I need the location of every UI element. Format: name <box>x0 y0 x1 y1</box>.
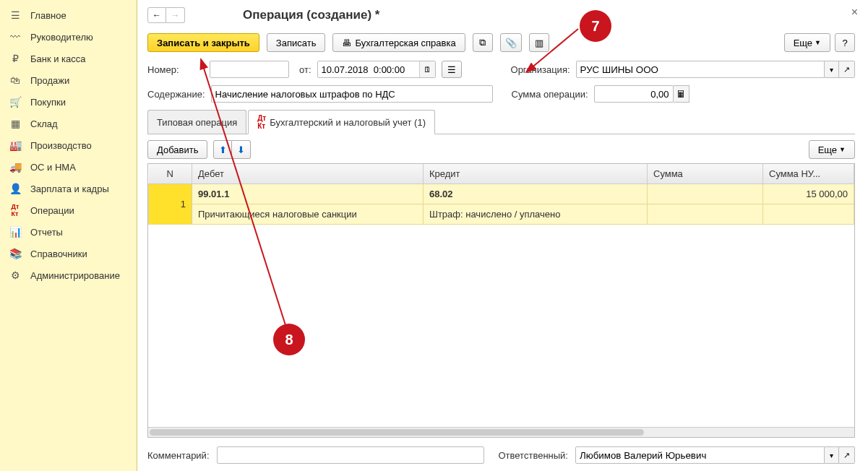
chart-icon: 〰 <box>9 30 22 43</box>
print-icon: 🖶 <box>342 38 351 48</box>
chevron-down-icon: ▼ <box>815 39 821 46</box>
sidebar-item-operations[interactable]: ДтКтОперации <box>0 199 137 221</box>
sidebar-item-label: ОС и НМА <box>30 162 76 173</box>
calculator-button[interactable]: 🖩 <box>674 85 689 103</box>
entries-table: N Дебет Кредит Сумма Сумма НУ... 1 99.01… <box>147 163 855 438</box>
org-input[interactable] <box>576 61 825 78</box>
add-row-button[interactable]: Добавить <box>147 140 207 159</box>
sidebar-item-salary[interactable]: 👤Зарплата и кадры <box>0 178 137 199</box>
person-icon: 👤 <box>9 182 22 195</box>
sidebar-item-label: Администрирование <box>30 270 120 281</box>
calendar-button[interactable]: 🗓 <box>419 61 435 77</box>
sidebar-item-admin[interactable]: ⚙Администрирование <box>0 264 137 286</box>
table-row[interactable]: Причитающиеся налоговые санкции Штраф: н… <box>149 204 854 225</box>
col-sum[interactable]: Сумма <box>648 164 763 184</box>
comment-input[interactable] <box>217 446 484 464</box>
table-row[interactable]: 1 99.01.1 68.02 15 000,00 <box>149 184 854 204</box>
sidebar-item-label: Банк и касса <box>30 53 86 64</box>
responsible-open-button[interactable]: ↗ <box>839 446 855 464</box>
number-label: Номер: <box>147 64 204 75</box>
sidebar-item-label: Отчеты <box>30 227 63 238</box>
sidebar-item-label: Руководителю <box>30 32 93 43</box>
print-reference-button[interactable]: 🖶Бухгалтерская справка <box>332 33 465 52</box>
cell-n[interactable]: 1 <box>149 184 192 225</box>
col-debit[interactable]: Дебет <box>192 164 424 184</box>
sidebar-item-label: Главное <box>30 10 66 21</box>
sidebar-item-purchases[interactable]: 🛒Покупки <box>0 91 137 113</box>
sidebar-item-label: Склад <box>30 118 58 129</box>
move-down-button[interactable]: ⬇ <box>232 140 251 159</box>
date-input[interactable] <box>318 61 419 77</box>
more-button[interactable]: Еще ▼ <box>784 33 830 52</box>
bag-icon: 🛍 <box>9 74 22 87</box>
content-input[interactable] <box>211 85 493 103</box>
sidebar-item-label: Продажи <box>30 75 69 86</box>
chevron-down-icon: ▼ <box>839 146 846 153</box>
sidebar-item-label: Покупки <box>30 97 66 108</box>
number-input[interactable] <box>210 61 289 78</box>
cell-debit-acc[interactable]: 99.01.1 <box>192 184 424 204</box>
move-up-button[interactable]: ⬆ <box>213 140 232 159</box>
tab-typical[interactable]: Типовая операция <box>147 110 246 134</box>
copy-button[interactable]: ⧉ <box>473 33 493 52</box>
responsible-dropdown-button[interactable]: ▾ <box>825 446 839 464</box>
cell-sum-nu2[interactable] <box>763 204 854 225</box>
tab-accounting[interactable]: ДтКтБухгалтерский и налоговый учет (1) <box>248 110 435 134</box>
dtkt-icon: ДтКт <box>257 114 266 130</box>
sidebar-item-sales[interactable]: 🛍Продажи <box>0 69 137 91</box>
annotation-marker-8: 8 <box>273 324 305 355</box>
date-action-button[interactable]: ☰ <box>442 61 462 78</box>
boxes-icon: ▦ <box>9 117 22 130</box>
gear-icon: ⚙ <box>9 269 22 282</box>
main-content: × ← → Операция (создание) * Записать и з… <box>137 0 868 471</box>
from-label: от: <box>299 64 311 75</box>
col-credit[interactable]: Кредит <box>424 164 648 184</box>
cell-credit-desc[interactable]: Штраф: начислено / уплачено <box>424 204 648 225</box>
cell-sum-nu[interactable]: 15 000,00 <box>763 184 854 204</box>
sidebar: ☰Главное 〰Руководителю ₽Банк и касса 🛍Пр… <box>0 0 137 471</box>
comment-label: Комментарий: <box>147 450 210 461</box>
attach-button[interactable]: 📎 <box>500 33 522 52</box>
responsible-label: Ответственный: <box>499 450 568 461</box>
cell-debit-desc[interactable]: Причитающиеся налоговые санкции <box>192 204 424 225</box>
nav-forward-button[interactable]: → <box>166 7 185 23</box>
org-dropdown-button[interactable]: ▾ <box>825 61 839 78</box>
cell-sum2[interactable] <box>648 204 763 225</box>
truck-icon: 🚚 <box>9 160 22 173</box>
dtkt-icon: ДтКт <box>9 204 22 217</box>
col-sum-nu[interactable]: Сумма НУ... <box>763 164 854 184</box>
sidebar-item-references[interactable]: 📚Справочники <box>0 243 137 264</box>
horizontal-scrollbar[interactable] <box>148 427 854 437</box>
col-n[interactable]: N <box>149 164 192 184</box>
sidebar-item-main[interactable]: ☰Главное <box>0 4 137 26</box>
nav-back-button[interactable]: ← <box>147 7 166 23</box>
sidebar-item-label: Производство <box>30 140 92 151</box>
org-open-button[interactable]: ↗ <box>839 61 855 78</box>
menu-icon: ☰ <box>9 9 22 22</box>
cell-credit-acc[interactable]: 68.02 <box>424 184 648 204</box>
cart-icon: 🛒 <box>9 95 22 108</box>
sum-input[interactable] <box>594 85 674 103</box>
org-label: Организация: <box>511 64 570 75</box>
sidebar-item-production[interactable]: 🏭Производство <box>0 134 137 156</box>
close-button[interactable]: × <box>851 6 858 19</box>
sidebar-item-assets[interactable]: 🚚ОС и НМА <box>0 156 137 178</box>
annotation-marker-7: 7 <box>580 10 611 42</box>
factory-icon: 🏭 <box>9 139 22 152</box>
help-button[interactable]: ? <box>835 33 855 52</box>
book-icon: 📚 <box>9 247 22 260</box>
page-title: Операция (создание) * <box>243 8 379 22</box>
responsible-input[interactable] <box>575 446 825 464</box>
save-button[interactable]: Записать <box>267 33 326 52</box>
sidebar-item-warehouse[interactable]: ▦Склад <box>0 113 137 134</box>
ruble-icon: ₽ <box>9 52 22 65</box>
table-more-button[interactable]: Еще ▼ <box>809 140 855 159</box>
table-empty-area <box>148 225 854 427</box>
action3-button[interactable]: ▥ <box>529 33 549 52</box>
cell-sum[interactable] <box>648 184 763 204</box>
save-close-button[interactable]: Записать и закрыть <box>147 33 259 52</box>
sidebar-item-reports[interactable]: 📊Отчеты <box>0 221 137 243</box>
sidebar-item-manager[interactable]: 〰Руководителю <box>0 26 137 48</box>
sidebar-item-label: Справочники <box>30 249 87 259</box>
sidebar-item-bank[interactable]: ₽Банк и касса <box>0 48 137 69</box>
